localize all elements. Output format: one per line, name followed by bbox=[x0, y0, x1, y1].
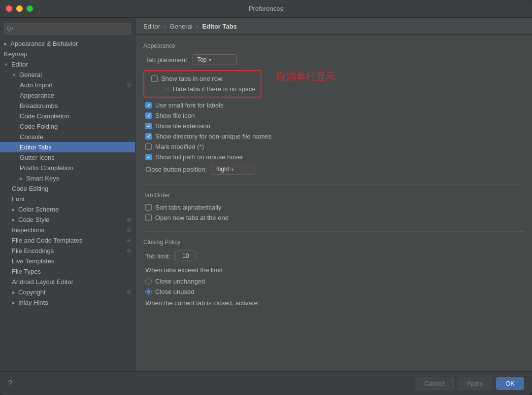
chevron-down-icon: ▼ bbox=[4, 62, 8, 67]
sidebar-item-label: Appearance & Behavior bbox=[10, 40, 78, 47]
divider-2 bbox=[143, 231, 524, 232]
sidebar-item-label: Keymap bbox=[4, 50, 28, 58]
sidebar-item-color-scheme[interactable]: ▶ Color Scheme bbox=[0, 204, 135, 215]
close-button-row: Close button position: Right ▾ bbox=[143, 164, 524, 175]
close-unused-row: Close unused bbox=[143, 288, 524, 295]
mark-modified-checkbox[interactable] bbox=[145, 144, 152, 150]
show-full-path-label: Show full path on mouse hover bbox=[155, 153, 243, 161]
hide-tabs-checkbox[interactable] bbox=[163, 86, 169, 92]
apply-button[interactable]: Apply bbox=[458, 377, 493, 390]
sidebar-item-appearance[interactable]: Appearance bbox=[0, 90, 135, 101]
main-content: Q+ ▶ Appearance & Behavior Keymap ▼ Edit… bbox=[0, 18, 532, 371]
close-unchanged-radio[interactable] bbox=[145, 278, 152, 285]
sidebar-item-console[interactable]: Console bbox=[0, 132, 135, 142]
minimize-button[interactable] bbox=[16, 5, 23, 12]
sidebar-item-code-style[interactable]: ▶ Code Style ⊕ bbox=[0, 215, 135, 225]
appearance-section-title: Appearance bbox=[143, 42, 524, 49]
search-box[interactable]: Q+ bbox=[4, 23, 131, 35]
sidebar-item-label: Code Editing bbox=[12, 185, 48, 192]
window-title: Preferences bbox=[249, 5, 283, 12]
sidebar-item-label: Code Completion bbox=[20, 112, 69, 120]
divider-1 bbox=[143, 184, 524, 185]
bottom-bar: ? Cancel Apply OK bbox=[0, 371, 532, 395]
sidebar-item-copyright[interactable]: ▶ Copyright ⊕ bbox=[0, 287, 135, 297]
settings-content: Appearance Tab placement: Top ▾ bbox=[135, 35, 532, 371]
when-closed-label: When the current tab is closed, activate… bbox=[145, 299, 259, 307]
sidebar-item-keymap[interactable]: Keymap bbox=[0, 49, 135, 59]
sidebar-item-general[interactable]: ▼ General bbox=[0, 70, 135, 80]
tab-order-section-title: Tab Order bbox=[143, 192, 524, 199]
sidebar-item-label: Editor bbox=[11, 61, 28, 68]
sort-tabs-checkbox[interactable] bbox=[145, 204, 152, 211]
help-button[interactable]: ? bbox=[8, 379, 12, 388]
sidebar-item-label: Editor Tabs bbox=[20, 144, 52, 151]
tab-placement-dropdown[interactable]: Top ▾ bbox=[193, 54, 237, 65]
sidebar-item-android-layout-editor[interactable]: Android Layout Editor bbox=[0, 277, 135, 287]
sidebar-item-inlay-hints[interactable]: ▶ Inlay Hints bbox=[0, 297, 135, 308]
close-unchanged-row: Close unchanged bbox=[143, 278, 524, 285]
sidebar-item-label: Code Folding bbox=[20, 123, 58, 130]
sidebar-item-postfix-completion[interactable]: Postfix Completion bbox=[0, 163, 135, 173]
sidebar-item-gutter-icons[interactable]: Gutter Icons bbox=[0, 152, 135, 163]
tab-placement-row: Tab placement: Top ▾ bbox=[143, 54, 524, 65]
hide-tabs-row: Hide tabs if there is no space bbox=[149, 85, 256, 93]
breadcrumb-editor: Editor bbox=[143, 23, 160, 30]
sidebar-item-code-editing[interactable]: Code Editing bbox=[0, 183, 135, 194]
breadcrumb-current: Editor Tabs bbox=[202, 23, 237, 30]
copy-icon: ⊕ bbox=[127, 82, 131, 88]
show-tabs-one-row-checkbox[interactable] bbox=[151, 75, 158, 82]
sidebar-item-label: Code Style bbox=[18, 216, 50, 223]
sidebar-item-auto-import[interactable]: Auto Import ⊕ bbox=[0, 80, 135, 90]
tab-limit-label: Tab limit: bbox=[145, 252, 170, 260]
chevron-down-icon: ▼ bbox=[12, 72, 16, 77]
show-full-path-checkbox[interactable] bbox=[145, 154, 152, 160]
appearance-section: Appearance Tab placement: Top ▾ bbox=[143, 42, 524, 175]
dropdown-arrow-icon: ▾ bbox=[231, 167, 233, 172]
show-file-icon-checkbox[interactable] bbox=[145, 112, 152, 119]
search-icon: Q+ bbox=[7, 26, 14, 32]
show-directory-row: Show directory for non-unique file names bbox=[143, 133, 524, 140]
sidebar-item-inspections[interactable]: Inspections ⊕ bbox=[0, 225, 135, 235]
use-small-font-row: Use small font for labels bbox=[143, 102, 524, 109]
sidebar-item-font[interactable]: Font bbox=[0, 194, 135, 204]
sidebar-item-label: File Types bbox=[12, 268, 41, 275]
tab-limit-input[interactable] bbox=[174, 251, 197, 261]
sidebar-item-label: Font bbox=[12, 195, 25, 203]
sidebar-item-code-completion[interactable]: Code Completion bbox=[0, 111, 135, 121]
when-closed-row: When the current tab is closed, activate… bbox=[143, 299, 524, 307]
close-unused-label: Close unused bbox=[155, 288, 195, 295]
ok-button[interactable]: OK bbox=[496, 377, 524, 390]
breadcrumb-sep-1: › bbox=[164, 23, 168, 30]
sidebar: Q+ ▶ Appearance & Behavior Keymap ▼ Edit… bbox=[0, 18, 135, 371]
sidebar-item-file-encodings[interactable]: File Encodings ⊕ bbox=[0, 246, 135, 256]
close-unused-radio[interactable] bbox=[145, 288, 152, 295]
sidebar-item-appearance-behavior[interactable]: ▶ Appearance & Behavior bbox=[0, 38, 135, 49]
traffic-lights bbox=[6, 5, 33, 12]
open-new-tabs-label: Open new tabs at the end bbox=[155, 214, 229, 221]
sidebar-item-smart-keys[interactable]: ▶ Smart Keys bbox=[0, 173, 135, 183]
search-input[interactable] bbox=[4, 23, 131, 35]
show-file-extension-checkbox[interactable] bbox=[145, 123, 152, 129]
sidebar-item-editor[interactable]: ▼ Editor bbox=[0, 59, 135, 70]
sidebar-item-breadcrumbs[interactable]: Breadcrumbs bbox=[0, 101, 135, 111]
show-full-path-row: Show full path on mouse hover bbox=[143, 153, 524, 161]
sidebar-item-editor-tabs[interactable]: Editor Tabs bbox=[0, 142, 135, 152]
open-new-tabs-checkbox[interactable] bbox=[145, 215, 152, 221]
sidebar-item-label: Postfix Completion bbox=[20, 164, 73, 172]
sidebar-item-file-code-templates[interactable]: File and Code Templates ⊕ bbox=[0, 235, 135, 246]
sidebar-item-code-folding[interactable]: Code Folding bbox=[0, 121, 135, 132]
sort-tabs-row: Sort tabs alphabetically bbox=[143, 204, 524, 211]
close-unchanged-label: Close unchanged bbox=[155, 278, 205, 285]
tab-limit-row: Tab limit: bbox=[143, 251, 524, 261]
sidebar-item-live-templates[interactable]: Live Templates bbox=[0, 256, 135, 266]
sidebar-item-file-types[interactable]: File Types bbox=[0, 266, 135, 277]
show-directory-checkbox[interactable] bbox=[145, 133, 152, 140]
close-button[interactable] bbox=[6, 5, 12, 12]
maximize-button[interactable] bbox=[27, 5, 33, 12]
mark-modified-row: Mark modified (*) bbox=[143, 143, 524, 150]
use-small-font-checkbox[interactable] bbox=[145, 102, 152, 108]
sidebar-item-label: Copyright bbox=[18, 288, 46, 296]
cancel-button[interactable]: Cancel bbox=[415, 377, 453, 390]
show-tabs-one-row-row: Show tabs in one row bbox=[149, 75, 256, 82]
close-button-dropdown[interactable]: Right ▾ bbox=[211, 164, 255, 175]
